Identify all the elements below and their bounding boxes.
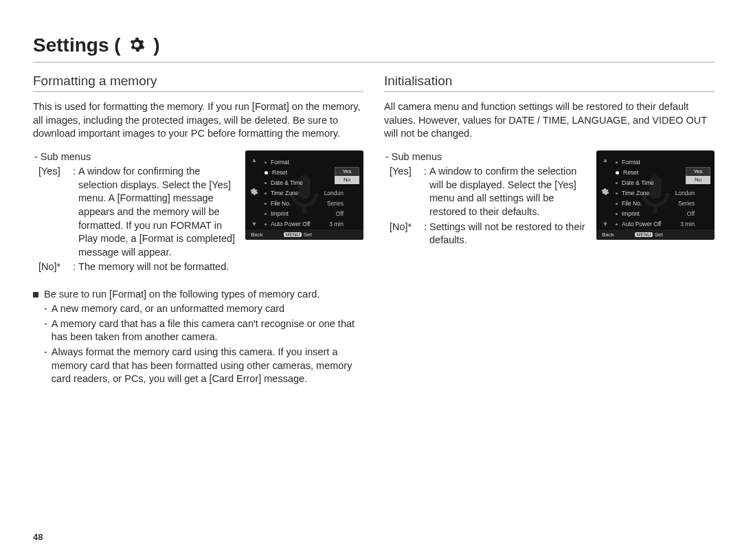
left-sub-text: - Sub menus [Yes] : A window for confirm… (33, 150, 237, 276)
left-sub-label: - Sub menus (34, 150, 237, 164)
note-item: -A new memory card, or an unformatted me… (44, 302, 363, 316)
gear-icon (601, 188, 609, 197)
shot-row: ImprintOff (616, 209, 710, 219)
popup-no: No (335, 176, 359, 184)
shot-bottom-bar: Back MENU Set (245, 229, 363, 240)
shot-set: Set (655, 232, 663, 238)
page-number: 48 (33, 532, 43, 542)
menu-button-icon: MENU (284, 232, 302, 237)
left-sub-block: - Sub menus [Yes] : A window for confirm… (33, 150, 363, 276)
colon: : (73, 260, 78, 274)
chevron-down-icon: ▼ (603, 221, 609, 227)
gear-icon (128, 36, 145, 58)
page-title-row: Settings ( ) (33, 34, 715, 63)
left-no-key: [No]* (38, 260, 73, 274)
colon: : (424, 221, 429, 247)
chevron-up-icon: ▲ (251, 157, 258, 164)
camera-screenshot-format: ▲ ▼ Format Reset Date & Time Time ZoneLo… (245, 150, 363, 240)
right-option-yes: [Yes] : A window to confirm the selectio… (390, 165, 588, 219)
paren-open: ( (109, 34, 126, 56)
shot-row: Time ZoneLondon (616, 188, 710, 199)
colon: : (73, 165, 78, 259)
left-yes-desc: A window for confirming the selection di… (78, 165, 237, 259)
right-no-key: [No]* (390, 221, 424, 247)
left-yes-key: [Yes] (38, 165, 73, 259)
shot-row: File No.Series (616, 199, 710, 209)
chevron-up-icon: ▲ (603, 157, 609, 164)
paren-close: ) (148, 34, 159, 56)
gear-icon (250, 188, 258, 197)
right-column: Initialisation All camera menu and funct… (384, 69, 715, 388)
shot-back: Back (251, 232, 263, 238)
square-bullet-icon (33, 292, 38, 298)
shot-row: Auto Power Off3 min (265, 219, 359, 229)
page-title-text: Settings (33, 34, 109, 56)
note-lead-text: Be sure to run [Format] on the following… (44, 288, 319, 302)
left-intro: This is used for formatting the memory. … (33, 100, 363, 141)
right-intro: All camera menu and function settings wi… (384, 100, 715, 141)
right-option-no: [No]* : Settings will not be restored to… (390, 221, 588, 247)
right-sub-block: - Sub menus [Yes] : A window to confirm … (384, 150, 715, 249)
shot-row: File No.Series (265, 199, 359, 209)
popup-yes: Yes (686, 167, 710, 176)
right-yes-key: [Yes] (390, 165, 424, 219)
shot-back: Back (602, 232, 614, 238)
left-option-no: [No]* : The memory will not be formatted… (38, 260, 237, 274)
shot-side: ▲ ▼ (599, 157, 611, 227)
shot-row: Time ZoneLondon (265, 188, 359, 199)
menu-button-icon: MENU (635, 232, 653, 237)
left-option-yes: [Yes] : A window for confirming the sele… (38, 165, 237, 259)
left-heading: Formatting a memory (33, 74, 363, 92)
chevron-down-icon: ▼ (251, 221, 258, 227)
shot-bottom-bar: Back MENU Set (596, 229, 715, 240)
popup-yes: Yes (335, 167, 359, 176)
shot-set: Set (304, 232, 312, 238)
shot-row: Auto Power Off3 min (616, 219, 710, 229)
note-lead: Be sure to run [Format] on the following… (33, 288, 363, 302)
manual-page: Settings ( ) Formatting a memory This is… (0, 0, 742, 560)
camera-screenshot-reset: ▲ ▼ Format Reset Date & Time Time ZoneLo… (596, 150, 715, 240)
left-column: Formatting a memory This is used for for… (33, 69, 363, 388)
left-no-desc: The memory will not be formatted. (78, 260, 237, 274)
columns: Formatting a memory This is used for for… (33, 69, 715, 388)
right-yes-desc: A window to confirm the selection will b… (429, 165, 588, 219)
note-item: -A memory card that has a file this came… (44, 317, 363, 344)
right-heading: Initialisation (384, 74, 715, 92)
colon: : (424, 165, 429, 219)
shot-row: Format (616, 157, 710, 168)
left-notes: Be sure to run [Format] on the following… (33, 288, 363, 386)
right-sub-text: - Sub menus [Yes] : A window to confirm … (384, 150, 588, 249)
shot-row: Format (265, 157, 359, 168)
shot-side: ▲ ▼ (248, 157, 260, 227)
page-title: Settings ( ) (33, 34, 159, 58)
right-sub-label: - Sub menus (385, 150, 588, 164)
shot-popup: Yes No (686, 167, 710, 184)
shot-row: ImprintOff (265, 209, 359, 219)
right-no-desc: Settings will not be restored to their d… (429, 221, 588, 247)
popup-no: No (686, 176, 710, 184)
note-item: -Always format the memory card using thi… (44, 346, 363, 386)
shot-popup: Yes No (335, 167, 359, 184)
